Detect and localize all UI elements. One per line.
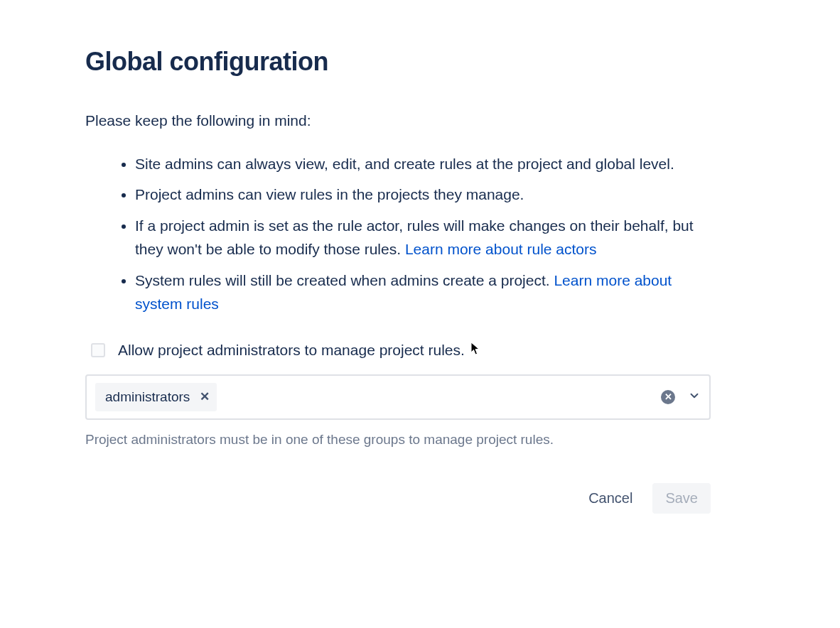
cursor-icon [470,342,480,356]
global-config-panel: Global configuration Please keep the fol… [85,43,711,514]
chevron-down-icon[interactable] [688,386,701,408]
intro-text: Please keep the following in mind: [85,109,711,132]
select-controls: ✕ [661,386,701,408]
action-buttons: Cancel Save [85,483,711,514]
allow-admins-label: Allow project administrators to manage p… [118,339,465,362]
remove-tag-icon[interactable]: ✕ [197,388,212,406]
groups-select[interactable]: administrators ✕ ✕ [85,374,711,421]
page-title: Global configuration [85,43,711,81]
save-button[interactable]: Save [652,483,711,514]
rule-actors-link[interactable]: Learn more about rule actors [405,241,597,257]
list-item: If a project admin is set as the rule ac… [135,214,711,261]
list-item: System rules will still be created when … [135,269,711,316]
cancel-button[interactable]: Cancel [576,483,645,514]
list-item: Project admins can view rules in the pro… [135,183,711,207]
groups-helper-text: Project administrators must be in one of… [85,430,711,450]
allow-admins-checkbox[interactable] [91,343,105,357]
list-item-text: Site admins can always view, edit, and c… [135,156,674,172]
group-tag: administrators ✕ [95,383,217,412]
allow-admins-label-text: Allow project administrators to manage p… [118,342,465,358]
list-item-text: System rules will still be created when … [135,272,554,288]
clear-all-icon[interactable]: ✕ [661,390,675,404]
group-tag-label: administrators [105,387,190,408]
list-item: Site admins can always view, edit, and c… [135,152,711,176]
selected-tags: administrators ✕ [95,383,217,412]
info-list: Site admins can always view, edit, and c… [85,152,711,317]
list-item-text: Project admins can view rules in the pro… [135,186,524,202]
allow-admins-row: Allow project administrators to manage p… [91,339,711,362]
